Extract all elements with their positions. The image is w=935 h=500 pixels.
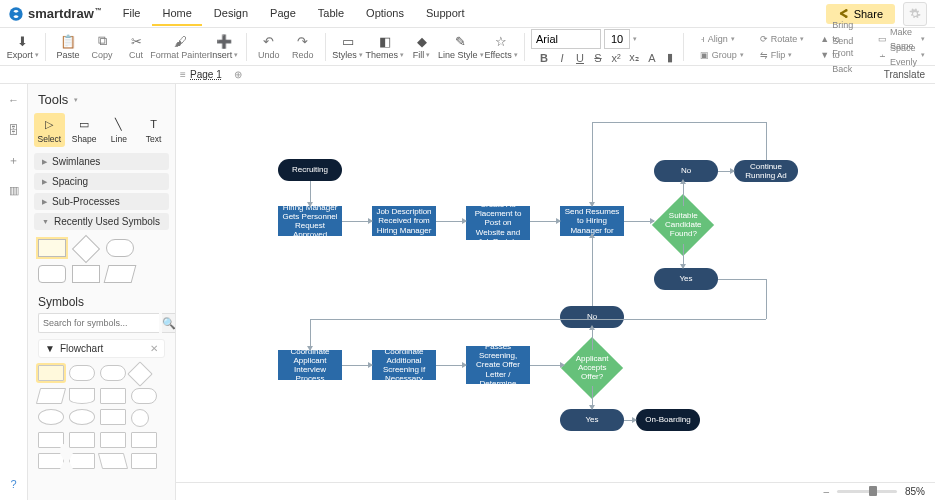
- shape-internal[interactable]: [100, 409, 126, 425]
- undo-button[interactable]: ↶Undo: [253, 31, 285, 62]
- shape-prep[interactable]: [100, 432, 126, 448]
- section-spacing[interactable]: ▶Spacing: [34, 173, 169, 190]
- app-logo[interactable]: smartdraw: [8, 6, 101, 22]
- symbols-search-input[interactable]: [38, 313, 159, 333]
- node-recruiting[interactable]: Recruiting: [278, 159, 342, 181]
- send-to-back-button[interactable]: ▼ Send to Back: [816, 47, 866, 62]
- zoom-slider[interactable]: [837, 490, 897, 493]
- help-icon[interactable]: ?: [6, 476, 22, 492]
- tools-header[interactable]: Tools▾: [32, 90, 171, 113]
- recent-symbol-rect2[interactable]: [72, 265, 100, 283]
- outline-toggle-icon[interactable]: ≡: [180, 69, 186, 80]
- insert-button[interactable]: ➕Insert▾: [208, 31, 240, 62]
- shape-stored[interactable]: [131, 388, 157, 404]
- shape-document[interactable]: [69, 388, 95, 404]
- copy-button[interactable]: ⧉Copy: [86, 31, 118, 62]
- menu-page[interactable]: Page: [260, 2, 306, 26]
- paste-button[interactable]: 📋Paste: [52, 31, 84, 62]
- shape-data[interactable]: [36, 388, 66, 404]
- format-painter-button[interactable]: 🖌Format Painter: [154, 31, 206, 62]
- briefcase-icon[interactable]: 🗄: [6, 122, 22, 138]
- settings-button[interactable]: [903, 2, 927, 26]
- canvas[interactable]: Recruiting Hiring Manager Gets Personnel…: [176, 84, 935, 500]
- underline-button[interactable]: U: [573, 52, 587, 64]
- recent-symbol-rect[interactable]: [38, 239, 66, 257]
- shape-offpage[interactable]: [38, 453, 64, 469]
- node-coordinate-interview[interactable]: Coordinate Applicant Interview Process: [278, 350, 342, 380]
- back-icon[interactable]: ←: [6, 92, 22, 108]
- group-button[interactable]: ▣ Group▾: [696, 47, 748, 62]
- layers-icon[interactable]: ▥: [6, 182, 22, 198]
- bold-button[interactable]: B: [537, 52, 551, 64]
- flip-button[interactable]: ⇋ Flip▾: [756, 47, 809, 62]
- zoom-out-button[interactable]: –: [823, 486, 829, 497]
- menu-home[interactable]: Home: [152, 2, 201, 26]
- effects-button[interactable]: ☆Effects▾: [484, 31, 518, 62]
- node-no1[interactable]: No: [654, 160, 718, 182]
- line-style-button[interactable]: ✎Line Style▾: [440, 31, 482, 62]
- cut-button[interactable]: ✂Cut: [120, 31, 152, 62]
- recent-symbol-parallelogram[interactable]: [104, 265, 137, 283]
- menu-design[interactable]: Design: [204, 2, 258, 26]
- tool-line[interactable]: ╲Line: [104, 113, 135, 147]
- tool-shape[interactable]: ▭Shape: [69, 113, 100, 147]
- font-name-select[interactable]: [531, 29, 601, 49]
- shape-database[interactable]: [38, 409, 64, 425]
- menu-table[interactable]: Table: [308, 2, 354, 26]
- node-receive-send[interactable]: Receive and Send Resumes to Hiring Manag…: [560, 206, 624, 236]
- superscript-button[interactable]: x²: [609, 52, 623, 64]
- space-evenly-button[interactable]: ⫠ Space Evenly▾: [874, 47, 929, 62]
- shape-rect[interactable]: [38, 365, 64, 381]
- close-flowchart-icon[interactable]: ✕: [150, 343, 158, 354]
- fill-button[interactable]: ◆Fill▾: [406, 31, 438, 62]
- recent-symbol-diamond[interactable]: [72, 235, 100, 263]
- export-button[interactable]: ⬇Export▾: [6, 31, 39, 62]
- shape-manual-op[interactable]: [98, 453, 128, 469]
- rotate-button[interactable]: ⟳ Rotate▾: [756, 31, 809, 46]
- shape-direct[interactable]: [69, 409, 95, 425]
- tool-text[interactable]: TText: [138, 113, 169, 147]
- shape-diamond[interactable]: [127, 361, 152, 386]
- node-if-applicant[interactable]: If Applicant Passes Screening, Create Of…: [466, 346, 530, 384]
- tool-select[interactable]: ▷Select: [34, 113, 65, 147]
- italic-button[interactable]: I: [555, 52, 569, 64]
- section-recently-used[interactable]: ▼Recently Used Symbols: [34, 213, 169, 230]
- add-page-button[interactable]: ⊕: [234, 69, 242, 80]
- flowchart-category[interactable]: ▼Flowchart✕: [38, 339, 165, 358]
- shape-connector[interactable]: [131, 409, 149, 427]
- redo-button[interactable]: ↷Redo: [287, 31, 319, 62]
- shape-terminator[interactable]: [100, 365, 126, 381]
- font-size-select[interactable]: [604, 29, 630, 49]
- styles-button[interactable]: ▭Styles▾: [331, 31, 363, 62]
- shape-merge[interactable]: [69, 453, 95, 469]
- shape-delay[interactable]: [131, 453, 157, 469]
- shape-display[interactable]: [131, 432, 157, 448]
- shape-manual-input[interactable]: [69, 432, 95, 448]
- node-hiring-manager[interactable]: Hiring Manager Gets Personnel Request Ap…: [278, 206, 342, 236]
- shape-predefined[interactable]: [100, 388, 126, 404]
- shape-card[interactable]: [38, 432, 64, 448]
- plus-icon[interactable]: ＋: [6, 152, 22, 168]
- strikethrough-button[interactable]: S: [591, 52, 605, 64]
- node-yes1[interactable]: Yes: [654, 268, 718, 290]
- page-tab[interactable]: Page 1: [190, 69, 222, 80]
- section-sub-processes[interactable]: ▶Sub-Processes: [34, 193, 169, 210]
- node-coordinate-screening[interactable]: Coordinate Additional Screening if Neces…: [372, 350, 436, 380]
- subscript-button[interactable]: x₂: [627, 51, 641, 64]
- menu-file[interactable]: File: [113, 2, 151, 26]
- symbols-search-button[interactable]: 🔍: [162, 313, 176, 333]
- node-yes2[interactable]: Yes: [560, 409, 624, 431]
- node-job-description[interactable]: Job Description Received from Hiring Man…: [372, 206, 436, 236]
- menu-support[interactable]: Support: [416, 2, 475, 26]
- node-create-ad[interactable]: Create Ad Placement to Post on Website a…: [466, 206, 530, 240]
- highlight-button[interactable]: ▮: [663, 51, 677, 64]
- node-onboarding[interactable]: On-Boarding: [636, 409, 700, 431]
- align-button[interactable]: ⫞ Align▾: [696, 31, 748, 46]
- themes-button[interactable]: ◧Themes▾: [366, 31, 404, 62]
- recent-symbol-rounded[interactable]: [38, 265, 66, 283]
- translate-button[interactable]: Translate: [884, 69, 925, 80]
- menu-options[interactable]: Options: [356, 2, 414, 26]
- node-continue-running[interactable]: Continue Running Ad: [734, 160, 798, 182]
- font-color-button[interactable]: A: [645, 52, 659, 64]
- section-swimlanes[interactable]: ▶Swimlanes: [34, 153, 169, 170]
